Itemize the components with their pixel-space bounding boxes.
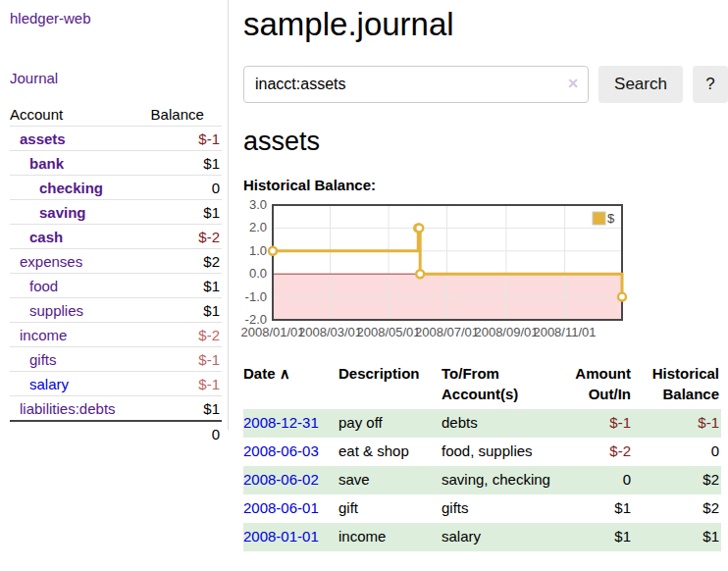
account-link[interactable]: food: [29, 278, 58, 294]
register-header-accounts: To/From Account(s): [442, 361, 551, 409]
account-link[interactable]: liabilities:debts: [20, 400, 116, 417]
register-header-date[interactable]: Date ∧: [243, 361, 338, 409]
svg-text:2.0: 2.0: [249, 220, 267, 234]
transaction-date-link[interactable]: 2008-06-03: [243, 442, 319, 459]
transaction-description: eat & shop: [338, 438, 442, 466]
legend-label: $: [607, 211, 615, 226]
account-row: expenses$2: [10, 249, 222, 274]
svg-text:2008/11/01: 2008/11/01: [533, 325, 596, 339]
account-link[interactable]: expenses: [20, 253, 82, 270]
transaction-date-link[interactable]: 2008-06-02: [243, 471, 319, 488]
account-balance: $1: [151, 200, 222, 225]
transaction-date-link[interactable]: 2008-01-01: [243, 528, 319, 545]
register-row: 2008-12-31pay offdebts$-1$-1: [243, 409, 721, 438]
svg-text:2008/07/01: 2008/07/01: [415, 325, 479, 339]
svg-text:2008/05/01: 2008/05/01: [356, 325, 420, 339]
help-button[interactable]: ?: [693, 66, 728, 103]
account-balance: $1: [151, 298, 222, 323]
account-row: cash$-2: [10, 225, 222, 249]
page-title: sample.journal: [243, 6, 728, 43]
transaction-description: gift: [338, 494, 442, 523]
transaction-balance: $2: [633, 466, 721, 494]
account-link[interactable]: cash: [29, 229, 63, 245]
svg-text:0.0: 0.0: [249, 266, 267, 281]
sort-ascending-icon: ∧: [280, 365, 290, 382]
register-header-description: Description: [338, 361, 442, 409]
search-input[interactable]: [243, 66, 589, 103]
clear-search-icon[interactable]: ✕: [567, 76, 579, 91]
account-row: assets$-1: [10, 127, 222, 151]
transaction-balance: 0: [633, 438, 721, 466]
account-heading: assets: [243, 127, 728, 157]
app-title-link[interactable]: hledger-web: [10, 10, 91, 26]
account-row: gifts$-1: [10, 347, 222, 372]
transaction-balance: $2: [633, 494, 721, 523]
account-link[interactable]: bank: [29, 155, 64, 172]
legend-swatch: [593, 212, 605, 225]
register-header-row: Date ∧ Description To/From Account(s) Am…: [243, 361, 721, 409]
account-link[interactable]: assets: [20, 130, 66, 147]
transaction-balance: $-1: [633, 409, 721, 438]
transaction-accounts: food, supplies: [442, 438, 551, 466]
svg-text:1.0: 1.0: [249, 243, 267, 258]
register-table-body: 2008-12-31pay offdebts$-1$-12008-06-03ea…: [243, 409, 721, 551]
transaction-description: save: [338, 466, 442, 494]
transaction-amount: $1: [551, 494, 633, 523]
search-button[interactable]: Search: [598, 66, 683, 103]
register-header-balance: Historical Balance: [633, 361, 721, 409]
transaction-amount: $-1: [551, 409, 633, 438]
svg-text:3.0: 3.0: [249, 197, 267, 212]
account-link[interactable]: saving: [39, 204, 86, 221]
account-balance: $-2: [151, 323, 222, 347]
register-row: 2008-06-03eat & shopfood, supplies$-20: [243, 438, 721, 466]
accounts-total-value: 0: [151, 421, 222, 445]
transaction-balance: $1: [633, 523, 721, 551]
date-header-label: Date: [243, 365, 276, 382]
search-input-wrapper: ✕: [243, 66, 589, 103]
accounts-table-header-row: Account Balance: [10, 102, 222, 127]
account-row: bank$1: [10, 151, 222, 176]
transaction-date-link[interactable]: 2008-12-31: [243, 414, 319, 431]
account-balance: $1: [151, 396, 222, 422]
sidebar-item-journal[interactable]: Journal: [10, 70, 58, 86]
svg-text:2008/03/01: 2008/03/01: [298, 325, 362, 339]
account-row: food$1: [10, 274, 222, 298]
accounts-header-balance: Balance: [151, 102, 222, 127]
account-row: income$-2: [10, 323, 222, 347]
account-balance: $-1: [151, 347, 222, 372]
register-row: 2008-01-01incomesalary$1$1: [243, 523, 721, 551]
search-form: ✕ Search ?: [243, 66, 728, 103]
transaction-date-link[interactable]: 2008-06-01: [243, 499, 319, 516]
transaction-accounts: debts: [442, 409, 551, 438]
transaction-amount: 0: [551, 466, 633, 494]
account-balance: $-2: [151, 225, 222, 249]
accounts-table: Account Balance assets$-1bank$1checking0…: [10, 102, 222, 445]
transaction-amount: $-2: [551, 438, 633, 466]
transaction-description: income: [338, 523, 442, 551]
register-row: 2008-06-01giftgifts$1$2: [243, 494, 721, 523]
account-row: liabilities:debts$1: [10, 396, 222, 422]
account-balance: $2: [151, 249, 222, 274]
account-balance: $1: [151, 151, 222, 176]
account-balance: $-1: [151, 127, 222, 151]
register-table: Date ∧ Description To/From Account(s) Am…: [243, 361, 721, 551]
account-row: salary$-1: [10, 372, 222, 396]
accounts-header-account: Account: [10, 102, 151, 127]
account-link[interactable]: gifts: [29, 351, 57, 368]
account-row: saving$1: [10, 200, 222, 225]
account-link[interactable]: checking: [39, 180, 103, 196]
account-balance: $-1: [151, 372, 222, 396]
account-row: checking0: [10, 176, 222, 200]
transaction-accounts: salary: [442, 523, 551, 551]
transaction-accounts: gifts: [442, 494, 551, 523]
account-link[interactable]: income: [20, 327, 67, 343]
main-content: sample.journal ✕ Search ? assets Histori…: [243, 0, 728, 551]
svg-text:2008/09/01: 2008/09/01: [474, 325, 538, 339]
register-header-amount: Amount Out/In: [551, 361, 633, 409]
account-balance: $1: [151, 274, 222, 298]
account-link[interactable]: supplies: [29, 302, 83, 319]
account-link[interactable]: salary: [29, 376, 69, 392]
account-row: supplies$1: [10, 298, 222, 323]
accounts-table-body: assets$-1bank$1checking0saving$1cash$-2e…: [10, 127, 222, 422]
account-balance: 0: [151, 176, 222, 200]
